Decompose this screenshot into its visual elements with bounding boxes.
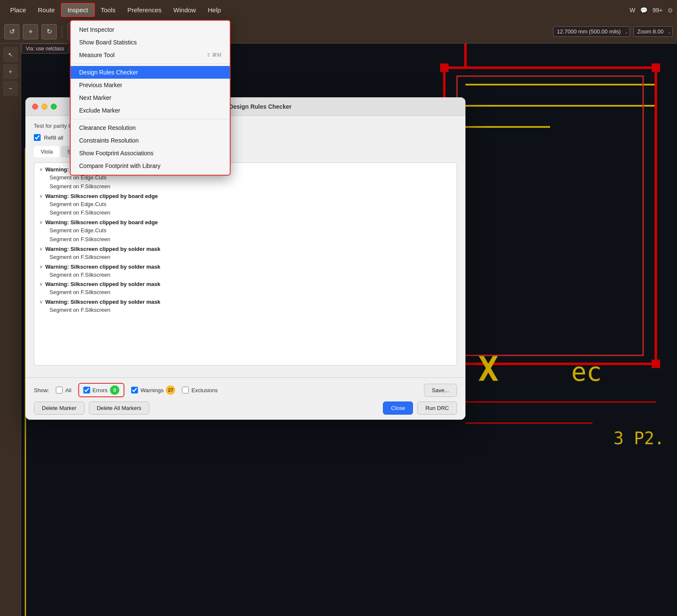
- menu-inspect[interactable]: Inspect: [61, 3, 95, 17]
- svg-rect-13: [440, 63, 449, 72]
- errors-checkbox[interactable]: [83, 387, 90, 393]
- toolbar-right: 12.7000 mm (500.00 mils) Zoom 8.00: [553, 26, 673, 37]
- cursor-btn[interactable]: ↖: [3, 47, 18, 62]
- separator-after-markers: [71, 119, 230, 119]
- maximize-light[interactable]: [51, 104, 57, 110]
- redo-btn[interactable]: ↻: [41, 24, 57, 39]
- filter-errors: Errors 0: [78, 383, 124, 397]
- close-light[interactable]: [32, 104, 38, 110]
- dropdown-next-marker[interactable]: Next Marker: [71, 91, 230, 104]
- chevron-7: ∨: [39, 299, 43, 305]
- filter-warnings: Warnings 27: [131, 385, 175, 395]
- menu-place[interactable]: Place: [4, 4, 32, 16]
- svg-text:3 P2.: 3 P2.: [614, 429, 664, 448]
- dropdown-net-inspector[interactable]: Net Inspector: [71, 23, 230, 36]
- violation-2-sub-1: Segment on Edge.Cuts: [39, 200, 451, 209]
- menu-help[interactable]: Help: [202, 4, 227, 16]
- menu-bar: Place Route Inspect Tools Preferences Wi…: [0, 0, 677, 20]
- zoom-out-btn[interactable]: −: [3, 81, 18, 96]
- svg-text:X: X: [478, 349, 498, 389]
- violation-2-header: ∨ Warning: Silkscreen clipped by board e…: [39, 193, 451, 199]
- main-actions-right: Close Run DRC: [383, 402, 457, 415]
- violation-6: ∨ Warning: Silkscreen clipped by solder …: [39, 281, 451, 297]
- zoom-select[interactable]: Zoom 8.00: [633, 26, 673, 37]
- menu-route[interactable]: Route: [32, 4, 61, 16]
- refill-checkbox[interactable]: [34, 134, 41, 141]
- violation-3-header: ∨ Warning: Silkscreen clipped by board e…: [39, 219, 451, 226]
- save-area: Save...: [424, 384, 457, 397]
- measure-shortcut: ⇧ ⌘M: [206, 52, 221, 58]
- wechat-badge: 99+: [652, 7, 663, 14]
- control-center-icon: ⊙: [668, 7, 673, 14]
- inspect-dropdown: Net Inspector Show Board Statistics Meas…: [70, 20, 231, 176]
- show-label: Show:: [34, 387, 49, 393]
- violation-7-title: Warning: Silkscreen clipped by solder ma…: [45, 299, 160, 305]
- dropdown-board-statistics[interactable]: Show Board Statistics: [71, 36, 230, 49]
- warnings-badge: 27: [166, 385, 175, 395]
- svg-rect-14: [652, 63, 660, 72]
- close-button[interactable]: Close: [383, 402, 413, 415]
- dialog-footer: Show: All Errors 0 Warnings 27 Exclusion…: [25, 377, 465, 420]
- dropdown-footprint-assoc[interactable]: Show Footprint Associations: [71, 147, 230, 160]
- left-toolbar: ↖ + −: [0, 44, 21, 616]
- save-button[interactable]: Save...: [424, 384, 457, 397]
- exclusions-checkbox[interactable]: [182, 387, 189, 393]
- violation-4-title: Warning: Silkscreen clipped by solder ma…: [45, 246, 160, 252]
- dropdown-measure-tool[interactable]: Measure Tool ⇧ ⌘M: [71, 49, 230, 61]
- dropdown-compare-footprint[interactable]: Compare Footprint with Library: [71, 160, 230, 172]
- word-icon: W: [630, 7, 635, 14]
- menu-preferences[interactable]: Preferences: [121, 4, 168, 16]
- delete-marker-button[interactable]: Delete Marker: [34, 402, 85, 415]
- violations-list[interactable]: ∨ Warning: Silkscreen clipped by board e…: [34, 162, 457, 366]
- violation-4: ∨ Warning: Silkscreen clipped by solder …: [39, 246, 451, 262]
- violation-4-header: ∨ Warning: Silkscreen clipped by solder …: [39, 246, 451, 252]
- search-btn[interactable]: ⌖: [23, 24, 38, 39]
- dialog-actions: Delete Marker Delete All Markers Close R…: [34, 402, 457, 415]
- dropdown-exclude-marker[interactable]: Exclude Marker: [71, 104, 230, 117]
- chevron-4: ∨: [39, 246, 43, 252]
- separator-1: [62, 25, 62, 38]
- violation-5-sub-1: Segment on F.Silkscreen: [39, 271, 451, 280]
- chevron-3: ∨: [39, 220, 43, 225]
- chevron-1: ∨: [39, 167, 43, 172]
- zoom-in-btn[interactable]: +: [3, 64, 18, 79]
- checkbox-refill: Refill all: [34, 134, 63, 141]
- violation-6-header: ∨ Warning: Silkscreen clipped by solder …: [39, 281, 451, 287]
- violation-7-header: ∨ Warning: Silkscreen clipped by solder …: [39, 299, 451, 305]
- dropdown-constraints[interactable]: Constraints Resolution: [71, 134, 230, 147]
- system-icons: W 💬 99+ ⊙: [630, 7, 673, 14]
- errors-label: Errors: [93, 387, 107, 393]
- svg-text:ec: ec: [571, 357, 602, 387]
- dropdown-clearance[interactable]: Clearance Resolution: [71, 121, 230, 134]
- zoom-select-wrapper[interactable]: Zoom 8.00: [633, 26, 673, 37]
- dropdown-previous-marker[interactable]: Previous Marker: [71, 79, 230, 91]
- violation-5: ∨ Warning: Silkscreen clipped by solder …: [39, 264, 451, 280]
- all-label: All: [65, 387, 71, 393]
- menu-window[interactable]: Window: [168, 4, 202, 16]
- filter-exclusions: Exclusions: [182, 387, 217, 393]
- wechat-icon: 💬: [640, 7, 647, 14]
- errors-badge: 0: [110, 385, 119, 395]
- dimension-select[interactable]: 12.7000 mm (500.00 mils): [553, 26, 630, 37]
- exclusions-label: Exclusions: [191, 387, 217, 393]
- violation-2-title: Warning: Silkscreen clipped by board edg…: [45, 193, 158, 199]
- run-drc-button[interactable]: Run DRC: [417, 402, 457, 415]
- traffic-lights: [32, 104, 57, 110]
- dimension-select-wrapper[interactable]: 12.7000 mm (500.00 mils): [553, 26, 630, 37]
- violation-2: ∨ Warning: Silkscreen clipped by board e…: [39, 193, 451, 218]
- menu-tools[interactable]: Tools: [95, 4, 121, 16]
- violation-3-sub-2: Segment on F.Silkscreen: [39, 235, 451, 244]
- violation-3-sub-1: Segment on Edge.Cuts: [39, 226, 451, 235]
- svg-rect-16: [652, 360, 660, 368]
- chevron-2: ∨: [39, 193, 43, 199]
- delete-all-markers-button[interactable]: Delete All Markers: [89, 402, 149, 415]
- dropdown-drc[interactable]: Design Rules Checker: [71, 66, 230, 79]
- minimize-light[interactable]: [41, 104, 47, 110]
- violation-1-sub-2: Segment on F.Silkscreen: [39, 182, 451, 191]
- undo-btn[interactable]: ↺: [4, 24, 19, 39]
- warnings-checkbox[interactable]: [131, 387, 138, 393]
- violation-6-sub-1: Segment on F.Silkscreen: [39, 288, 451, 297]
- separator-after-measure: [71, 63, 230, 64]
- tab-violations[interactable]: Viola: [34, 146, 60, 157]
- all-checkbox[interactable]: [56, 387, 63, 393]
